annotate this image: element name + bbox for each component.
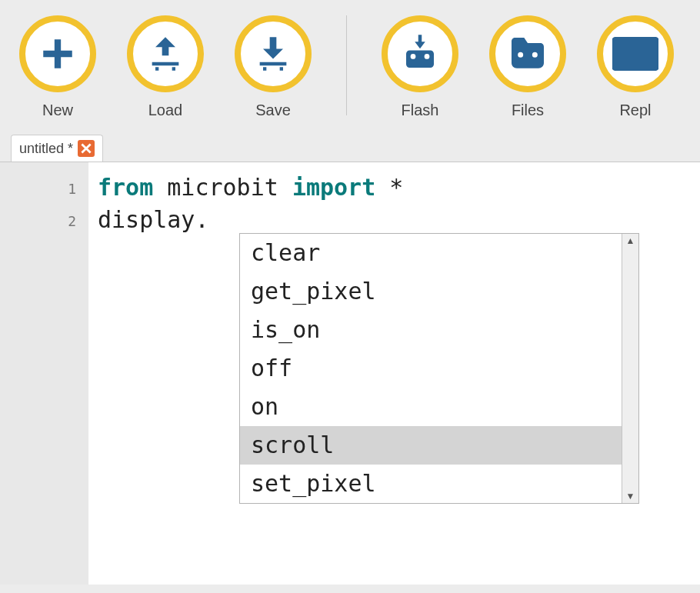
keyword-import: import [292,174,375,201]
files-label: Files [512,102,544,119]
scroll-up-icon[interactable]: ▲ [626,235,635,246]
autocomplete-item[interactable]: get_pixel [240,272,622,311]
folder-icon [506,32,549,75]
code-editor[interactable]: 1 2 from microbit import * display. clea… [0,162,700,585]
svg-rect-10 [649,52,652,57]
repl-button[interactable]: Repl [597,15,674,119]
keyboard-icon [612,37,658,71]
toolbar: New Load Save Flash Files Repl [0,0,700,131]
toolbar-divider [346,15,347,115]
code-text: display. [98,206,209,233]
load-label: Load [148,102,183,119]
close-icon [81,143,92,154]
autocomplete-item[interactable]: set_pixel [240,465,622,503]
autocomplete-item[interactable]: clear [240,234,622,272]
code-text: microbit [153,174,292,201]
new-label: New [42,102,73,119]
save-button[interactable]: Save [235,15,312,119]
autocomplete-item[interactable]: scroll [240,426,622,465]
svg-rect-8 [634,52,638,57]
autocomplete-item[interactable]: is_on [240,311,622,349]
svg-rect-9 [642,52,646,57]
line-number: 2 [0,205,76,238]
tab-untitled[interactable]: untitled * [11,135,103,162]
upload-icon [145,34,185,74]
flash-icon [399,33,441,75]
autocomplete-list: clearget_pixelis_onoffonscrollset_pixel [240,234,622,503]
flash-button[interactable]: Flash [382,15,458,119]
autocomplete-popup: clearget_pixelis_onoffonscrollset_pixel … [239,233,639,504]
new-button[interactable]: New [19,15,96,119]
autocomplete-item[interactable]: off [240,349,622,388]
load-button[interactable]: Load [127,15,204,119]
tab-close-button[interactable] [78,140,95,157]
scroll-down-icon[interactable]: ▼ [626,491,635,501]
line-gutter: 1 2 [0,162,88,585]
autocomplete-scrollbar[interactable]: ▲ ▼ [622,234,638,503]
svg-rect-4 [642,45,646,49]
save-label: Save [255,102,291,119]
line-number: 1 [0,173,76,205]
plus-icon [38,35,77,73]
svg-rect-3 [634,45,638,49]
download-icon [253,34,293,74]
files-button[interactable]: Files [489,15,566,119]
tab-bar: untitled * [0,131,700,162]
flash-label: Flash [402,102,439,119]
svg-rect-2 [626,45,631,49]
keyword-from: from [98,174,153,201]
svg-rect-11 [623,60,648,65]
repl-label: Repl [619,102,651,119]
svg-rect-5 [649,45,652,49]
code-text: * [375,174,403,201]
tab-title: untitled * [19,141,73,157]
svg-rect-6 [618,52,623,57]
autocomplete-item[interactable]: on [240,388,622,426]
svg-rect-7 [626,52,631,57]
svg-rect-1 [618,45,623,49]
